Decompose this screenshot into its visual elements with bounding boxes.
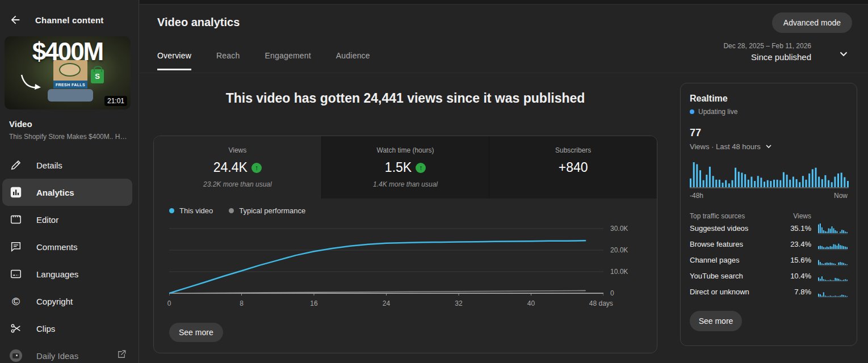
realtime-axis: -48h Now	[690, 192, 848, 200]
tab-engagement[interactable]: Engagement	[265, 51, 311, 70]
thumbnail-product-logo	[59, 63, 81, 77]
realtime-metric-selector[interactable]: Views · Last 48 hours	[690, 142, 848, 151]
traffic-row-direct-or-unknown[interactable]: Direct or unknown 7.8%	[690, 284, 848, 299]
realtime-bar-chart	[690, 160, 849, 189]
legend-dot-gray	[229, 208, 234, 213]
comments-icon	[9, 240, 23, 254]
editor-icon	[9, 213, 23, 226]
back-arrow-icon[interactable]	[9, 14, 22, 26]
video-thumbnail[interactable]: $400M FRESH FALLS S 21:01	[5, 36, 131, 109]
copyright-icon: ©	[9, 294, 23, 308]
traffic-sources-header: Top traffic sources Views	[690, 212, 848, 220]
chart-legend: This video Typical performance	[169, 206, 305, 215]
back-row: Channel content	[0, 11, 139, 28]
video-analytics-page: Channel content $400M FRESH FALLS S 21:0…	[0, 0, 868, 363]
subtitles-icon	[9, 267, 23, 281]
sidebar-item-editor[interactable]: Editor	[2, 206, 132, 233]
thumbnail-soap-bar	[48, 89, 93, 102]
updating-live-row: Updating live	[690, 108, 848, 116]
sidebar: Channel content $400M FRESH FALLS S 21:0…	[0, 0, 139, 363]
sidebar-item-languages[interactable]: Languages	[2, 260, 132, 288]
tab-audience[interactable]: Audience	[336, 51, 370, 70]
advanced-mode-button[interactable]: Advanced mode	[772, 12, 852, 33]
views-line-chart	[169, 225, 603, 297]
traffic-row-browse-features[interactable]: Browse features 23.4%	[690, 236, 848, 252]
shopify-bag-icon: S	[91, 69, 104, 83]
main-content: Video analytics Advanced mode Dec 28, 20…	[140, 0, 868, 363]
date-range-text: Dec 28, 2025 – Feb 11, 2026	[723, 42, 811, 50]
traffic-sparkline	[818, 222, 848, 234]
realtime-see-more-button[interactable]: See more	[690, 311, 742, 331]
traffic-sparkline	[818, 254, 848, 266]
live-dot-icon	[690, 109, 694, 114]
realtime-card: Realtime Updating live 77 Views · Last 4…	[680, 83, 857, 346]
sidebar-item-comments[interactable]: Comments	[2, 233, 132, 260]
overview-card: Views 24.4K ↑ 23.2K more than usual Watc…	[153, 136, 657, 353]
y-axis-labels: 010.0K20.0K30.0K	[610, 136, 650, 353]
ideas-icon	[9, 349, 23, 362]
chevron-down-icon	[764, 142, 773, 151]
realtime-views-count: 77	[690, 127, 848, 139]
views-headline: This video has gotten 24,441 views since…	[153, 91, 657, 106]
analytics-tabs: Overview Reach Engagement Audience	[157, 51, 370, 70]
trend-up-icon: ↑	[251, 163, 262, 173]
traffic-sparkline	[818, 285, 848, 298]
page-title: Video analytics	[157, 16, 240, 29]
tab-overview[interactable]: Overview	[157, 51, 191, 70]
video-title: This Shopify Store Makes $400M.. H…	[9, 133, 131, 141]
metric-strip: Views 24.4K ↑ 23.2K more than usual Watc…	[154, 136, 657, 199]
metric-watch-time[interactable]: Watch time (hours) 1.5K ↑ 1.4K more than…	[321, 136, 489, 199]
traffic-row-channel-pages[interactable]: Channel pages 15.6%	[690, 252, 848, 268]
scissors-icon	[9, 322, 23, 335]
thumbnail-product-band: FRESH FALLS	[53, 81, 87, 88]
traffic-sparkline	[818, 269, 848, 282]
realtime-title: Realtime	[690, 94, 848, 104]
sidebar-item-daily-ideas[interactable]: Daily Ideas	[2, 342, 132, 363]
see-more-button[interactable]: See more	[169, 323, 223, 342]
tab-reach[interactable]: Reach	[216, 51, 240, 70]
sidebar-item-details[interactable]: Details	[2, 151, 132, 179]
thumbnail-arrow-graphic	[19, 74, 44, 92]
date-range-label: Since published	[723, 52, 811, 62]
traffic-sparkline	[818, 238, 848, 250]
sidebar-item-copyright[interactable]: © Copyright	[2, 288, 132, 315]
chevron-down-icon[interactable]	[837, 48, 850, 62]
traffic-row-suggested-videos[interactable]: Suggested videos 35.1%	[690, 220, 848, 236]
header-divider	[140, 73, 868, 73]
legend-dot-blue	[169, 208, 174, 213]
pencil-icon	[9, 158, 23, 172]
traffic-row-youtube-search[interactable]: YouTube search 10.4%	[690, 268, 848, 284]
video-kind-label: Video	[9, 119, 32, 129]
video-duration-badge: 21:01	[104, 96, 127, 106]
date-range-selector[interactable]: Dec 28, 2025 – Feb 11, 2026 Since publis…	[723, 42, 811, 62]
thumbnail-product-box: FRESH FALLS	[53, 60, 87, 88]
top-strip	[140, 0, 868, 5]
legend-typical-performance: Typical performance	[229, 206, 305, 215]
sidebar-item-clips[interactable]: Clips	[2, 315, 132, 342]
channel-content-title: Channel content	[35, 15, 104, 25]
sidebar-item-analytics[interactable]: Analytics	[2, 179, 132, 206]
sidebar-menu: Details Analytics Editor Comments	[0, 151, 139, 363]
legend-this-video: This video	[169, 206, 213, 215]
metric-views[interactable]: Views 24.4K ↑ 23.2K more than usual	[154, 136, 321, 199]
external-link-icon	[116, 349, 127, 362]
analytics-icon	[9, 185, 23, 199]
trend-up-icon: ↑	[416, 163, 426, 173]
